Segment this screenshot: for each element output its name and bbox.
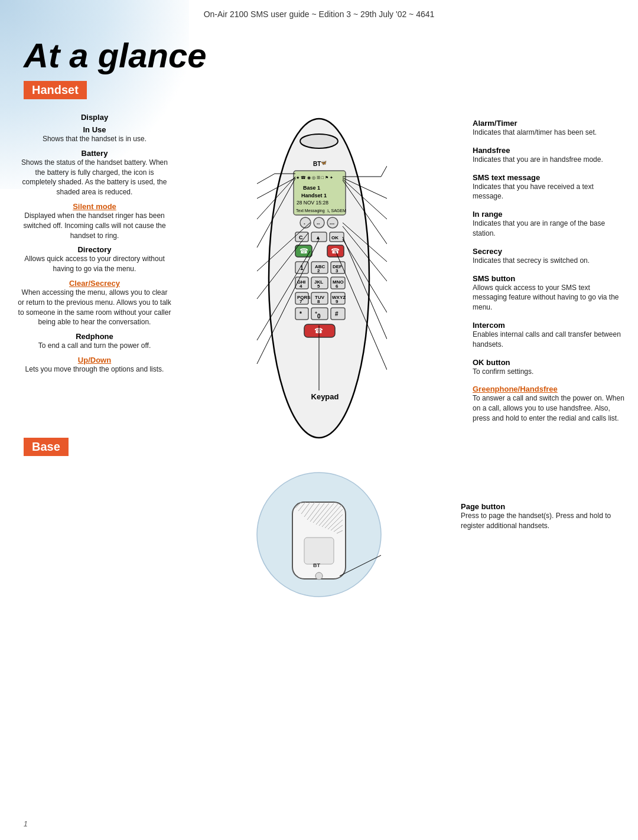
in-range-title: In range [473, 210, 626, 219]
svg-text:•: • [304, 221, 305, 226]
feature-directory: Directory Allows quick access to your di… [18, 245, 171, 274]
sms-button-title: SMS button [473, 274, 626, 283]
feature-sms-button: SMS button Allows quick access to your S… [473, 274, 626, 312]
feature-up-down: Up/Down Lets you move through the option… [18, 356, 171, 375]
svg-rect-98 [304, 538, 334, 564]
left-column: Display In Use Shows that the handset is… [0, 107, 171, 432]
feature-ok-button: OK button To confirm settings. [473, 358, 626, 377]
svg-text:☎: ☎ [300, 247, 308, 255]
svg-text:••: •• [317, 221, 320, 226]
directory-text: Allows quick access to your directory wi… [18, 254, 171, 274]
base-center: BT [189, 467, 449, 604]
feature-battery: Battery Shows the status of the handset … [18, 149, 171, 197]
ok-button-title: OK button [473, 358, 626, 367]
redphone-text: To end a call and turn the power off. [18, 341, 171, 351]
svg-text:8: 8 [317, 299, 320, 304]
feature-secrecy: Secrecy Indicates that secrecy is switch… [473, 247, 626, 266]
svg-text:28 NOV    15:28: 28 NOV 15:28 [297, 200, 328, 206]
silent-mode-title: Silent mode [18, 202, 171, 211]
up-down-title: Up/Down [18, 356, 171, 364]
svg-text:ABC: ABC [315, 264, 325, 269]
in-use-text: Shows that the handset is in use. [18, 134, 171, 144]
intercom-title: Intercom [473, 321, 626, 330]
sms-text-message-title: SMS text message [473, 173, 626, 182]
redphone-title: Redphone [18, 332, 171, 341]
feature-in-use: In Use Shows that the handset is in use. [18, 125, 171, 144]
directory-title: Directory [18, 245, 171, 254]
alarm-timer-text: Indicates that alarm/timer has been set. [473, 128, 626, 138]
svg-text:★ ☎ ◉ ◎ ☰ □ ⚑ ✦: ★ ☎ ◉ ◎ ☰ □ ⚑ ✦ [296, 175, 333, 180]
feature-silent-mode: Silent mode Displayed when the handset r… [18, 202, 171, 240]
feature-display: Display [18, 113, 171, 122]
in-use-title: In Use [18, 125, 171, 134]
battery-text: Shows the status of the handset battery.… [18, 158, 171, 197]
greenphone-handsfree-text: To answer a call and switch the power on… [473, 393, 626, 423]
feature-intercom: Intercom Enables internal calls and call… [473, 321, 626, 350]
battery-title: Battery [18, 149, 171, 158]
base-right: Page button Press to page the handset(s)… [449, 467, 620, 539]
svg-line-71 [381, 166, 387, 177]
base-illustration: BT [245, 467, 393, 603]
in-range-text: Indicates that you are in range of the b… [473, 219, 626, 239]
sms-text-message-text: Indicates that you have received a text … [473, 182, 626, 202]
feature-page-button: Page button Press to page the handset(s)… [461, 502, 620, 531]
svg-text:OK: OK [331, 235, 338, 240]
svg-text:☎: ☎ [331, 247, 340, 255]
svg-text:C: C [299, 235, 303, 240]
svg-text:BT: BT [313, 161, 321, 167]
svg-text:*: * [300, 311, 302, 317]
ok-button-text: To confirm settings. [473, 367, 626, 377]
handsfree-text: Indicates that you are in handsfree mode… [473, 155, 626, 165]
page-button-text: Press to page the handset(s). Press and … [461, 511, 620, 531]
handsfree-title: Handsfree [473, 146, 626, 155]
clear-secrecy-text: When accessing the menu, allows you to c… [18, 288, 171, 327]
alarm-timer-title: Alarm/Timer [473, 119, 626, 128]
right-column: Alarm/Timer Indicates that alarm/timer h… [467, 107, 638, 432]
feature-handsfree: Handsfree Indicates that you are in hand… [473, 146, 626, 165]
base-section-label: Base [24, 438, 69, 456]
svg-text:0: 0 [317, 313, 321, 320]
svg-text:Base 1: Base 1 [303, 185, 320, 191]
intercom-text: Enables internal calls and call transfer… [473, 330, 626, 350]
svg-text:1: 1 [300, 265, 304, 271]
clear-secrecy-title: Clear/Secrecy [18, 279, 171, 288]
display-title: Display [18, 113, 171, 122]
svg-text:4: 4 [300, 284, 302, 289]
svg-text:#: # [335, 311, 338, 317]
feature-sms-text-message: SMS text message Indicates that you have… [473, 173, 626, 202]
up-down-text: Lets you move through the options and li… [18, 364, 171, 375]
svg-text:BT: BT [313, 562, 320, 568]
feature-in-range: In range Indicates that you are in range… [473, 210, 626, 239]
svg-text:5: 5 [317, 284, 320, 289]
svg-text:3: 3 [336, 268, 338, 274]
feature-alarm-timer: Alarm/Timer Indicates that alarm/timer h… [473, 119, 626, 138]
svg-line-62 [257, 174, 275, 184]
feature-clear-secrecy: Clear/Secrecy When accessing the menu, a… [18, 279, 171, 327]
svg-text:▲: ▲ [315, 235, 321, 240]
svg-point-100 [315, 572, 323, 579]
svg-text:Text Messaging  🄂 SAGEM: Text Messaging 🄂 SAGEM [296, 209, 346, 213]
feature-greenphone-handsfree: Greenphone/Handsfree To answer a call an… [473, 385, 626, 423]
main-title: At a glance [0, 24, 638, 81]
svg-text:2: 2 [317, 268, 320, 274]
svg-text:•••: ••• [330, 221, 335, 226]
secrecy-title: Secrecy [473, 247, 626, 256]
center-column: BT 🦋 ★ ☎ ◉ ◎ ☰ □ ⚑ ✦ Base 1 Handset 1 28… [171, 107, 467, 432]
svg-text:9: 9 [336, 299, 338, 304]
svg-point-10 [300, 217, 311, 228]
svg-text:Handset 1: Handset 1 [301, 193, 327, 198]
svg-point-1 [300, 134, 338, 148]
header-title: On-Air 2100 SMS user guide ~ Edition 3 ~… [204, 9, 435, 19]
page-header: On-Air 2100 SMS user guide ~ Edition 3 ~… [0, 0, 638, 24]
page-number: 1 [24, 820, 28, 828]
svg-text:7: 7 [300, 299, 302, 304]
svg-text:6: 6 [336, 284, 338, 289]
handset-section-label: Handset [24, 81, 87, 99]
greenphone-handsfree-title: Greenphone/Handsfree [473, 385, 626, 393]
secrecy-text: Indicates that secrecy is switched on. [473, 256, 626, 266]
svg-text:🦋: 🦋 [321, 159, 327, 165]
page-button-title: Page button [461, 502, 620, 511]
feature-redphone: Redphone To end a call and turn the powe… [18, 332, 171, 351]
svg-text:WXYZ: WXYZ [332, 295, 346, 300]
silent-mode-text: Displayed when the handset ringer has be… [18, 211, 171, 240]
